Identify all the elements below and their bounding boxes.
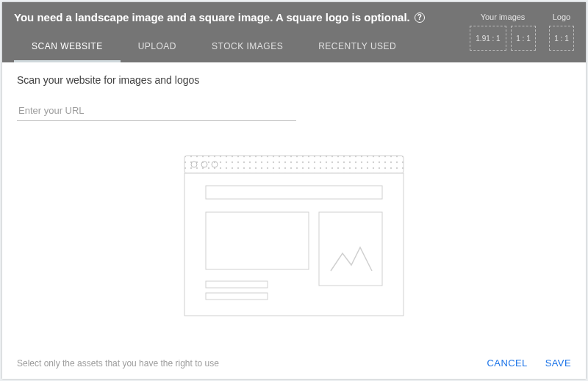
your-images-row: 1.91 : 1 1 : 1 <box>470 26 536 51</box>
tab-recently-used[interactable]: RECENTLY USED <box>301 34 414 62</box>
svg-rect-5 <box>184 173 404 316</box>
illustration-wrap <box>17 121 571 350</box>
footer-actions: CANCEL SAVE <box>487 358 571 369</box>
body-subtitle: Scan your website for images and logos <box>17 74 571 86</box>
your-images-group: Your images 1.91 : 1 1 : 1 <box>470 12 536 51</box>
your-images-label: Your images <box>470 12 536 21</box>
dialog-body: Scan your website for images and logos <box>2 62 586 350</box>
cancel-button[interactable]: CANCEL <box>487 358 528 369</box>
tab-upload[interactable]: UPLOAD <box>121 34 194 62</box>
dialog-footer: Select only the assets that you have the… <box>2 350 586 379</box>
logo-group: Logo 1 : 1 <box>549 12 574 51</box>
footer-disclaimer: Select only the assets that you have the… <box>17 358 219 369</box>
tab-stock-images[interactable]: STOCK IMAGES <box>194 34 301 62</box>
slot-logo[interactable]: 1 : 1 <box>549 26 574 51</box>
title-row: You need a landscape image and a square … <box>14 11 470 34</box>
url-input[interactable] <box>17 101 296 121</box>
header-slots: Your images 1.91 : 1 1 : 1 Logo 1 : 1 <box>470 11 574 51</box>
image-picker-dialog: You need a landscape image and a square … <box>2 2 586 379</box>
dialog-header: You need a landscape image and a square … <box>2 2 586 62</box>
logo-label: Logo <box>549 12 574 21</box>
help-icon[interactable]: ? <box>415 12 425 23</box>
tab-scan-website[interactable]: SCAN WEBSITE <box>14 34 121 62</box>
browser-illustration-icon <box>184 155 404 316</box>
header-left: You need a landscape image and a square … <box>14 11 470 62</box>
slot-square[interactable]: 1 : 1 <box>511 26 536 51</box>
tab-bar: SCAN WEBSITE UPLOAD STOCK IMAGES RECENTL… <box>14 34 470 62</box>
dialog-title: You need a landscape image and a square … <box>14 11 410 23</box>
slot-landscape[interactable]: 1.91 : 1 <box>470 26 506 51</box>
save-button[interactable]: SAVE <box>545 358 571 369</box>
logo-row: 1 : 1 <box>549 26 574 51</box>
